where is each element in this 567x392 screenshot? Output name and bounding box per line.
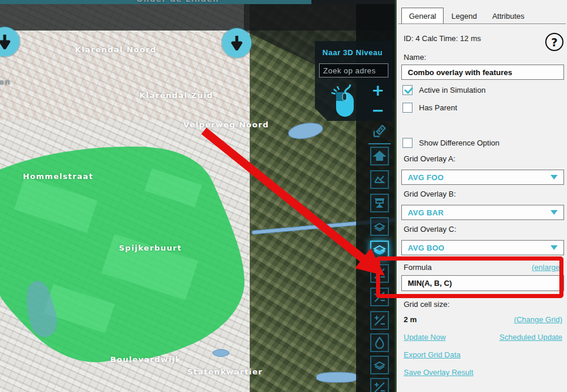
active-in-simulation-checkbox[interactable]: Active in Simulation xyxy=(402,85,485,95)
overlay-properties-panel: General Legend Attributes ID: 4 Calc Tim… xyxy=(395,0,567,392)
sign-button[interactable] xyxy=(370,194,389,212)
enlarge-link[interactable]: (enlarge) xyxy=(532,263,562,272)
export-grid-data-link[interactable]: Export Grid Data xyxy=(404,350,461,359)
plus-minus-overlay-button[interactable] xyxy=(370,264,389,283)
district-label: Klarendal Noord xyxy=(75,45,157,54)
chevron-down-icon xyxy=(551,175,558,180)
grid-overlay-b-dropdown[interactable]: AVG BAR xyxy=(401,205,564,220)
grid-overlay-3d-button[interactable] xyxy=(370,241,389,259)
home-button[interactable] xyxy=(370,147,389,165)
grid-cell-size-value: 2 m xyxy=(404,315,417,324)
pond-small xyxy=(213,349,229,357)
app-window: Onder de Linden Klarendal Noord Klarenda… xyxy=(0,0,567,392)
has-parent-checkbox[interactable]: Has Parent xyxy=(402,103,457,113)
layers-button[interactable] xyxy=(370,217,389,236)
district-label: Hommelstraat xyxy=(23,172,93,181)
save-overlay-result-link[interactable]: Save Overlay Result xyxy=(404,368,474,377)
map-nav-panel: Naar 3D Niveau + − xyxy=(315,41,392,121)
grid-overlay-c-dropdown[interactable]: AVG BOO xyxy=(401,240,564,255)
district-label: Statenkwartier xyxy=(187,367,263,376)
measure-icon[interactable] xyxy=(370,121,389,140)
help-icon[interactable]: ? xyxy=(545,33,563,51)
name-input[interactable] xyxy=(401,65,564,80)
dropdown-value: AVG BOO xyxy=(408,244,445,252)
scheduled-update-link[interactable]: Scheduled Update xyxy=(499,333,562,342)
mouse-icon xyxy=(330,83,360,119)
chevron-down-icon xyxy=(551,210,558,215)
tab-attributes[interactable]: Attributes xyxy=(485,8,532,23)
tab-bar: General Legend Attributes xyxy=(401,8,532,23)
toolbar-separator xyxy=(368,143,391,144)
name-label: Name: xyxy=(404,53,426,62)
district-label: en xyxy=(0,77,11,86)
tab-divider xyxy=(398,23,566,24)
district-label: Klarendal Zuid xyxy=(139,91,213,100)
update-now-link[interactable]: Update Now xyxy=(404,333,446,342)
chevron-down-icon xyxy=(551,245,558,250)
tab-legend[interactable]: Legend xyxy=(444,8,484,23)
plus-minus-overlay-button[interactable] xyxy=(370,311,389,330)
to-3d-level-button[interactable]: Naar 3D Niveau xyxy=(315,48,390,57)
map-top-dark-bar xyxy=(311,0,395,4)
zoom-in-button[interactable]: + xyxy=(371,85,384,96)
map-viewport[interactable]: Onder de Linden Klarendal Noord Klarenda… xyxy=(0,0,395,392)
grid-overlay-c-label: Grid Overlay C: xyxy=(404,225,457,234)
zoom-out-button[interactable]: − xyxy=(371,104,384,116)
grid-overlay-a-dropdown[interactable]: AVG FOO xyxy=(401,170,564,185)
checkbox-label: Has Parent xyxy=(419,103,457,112)
tab-general[interactable]: General xyxy=(401,8,444,23)
pond-south xyxy=(316,372,358,383)
district-label: Spijkerbuurt xyxy=(119,244,182,252)
dropdown-value: AVG FOO xyxy=(408,173,444,182)
checkbox-box[interactable] xyxy=(402,138,412,148)
grid-overlay-a-label: Grid Overlay A: xyxy=(404,154,455,163)
address-search-input[interactable] xyxy=(319,63,388,77)
formula-label: Formula xyxy=(404,263,432,272)
show-difference-checkbox[interactable]: Show Difference Option xyxy=(402,138,499,148)
layers-button[interactable] xyxy=(370,356,389,374)
dropdown-value: AVG BAR xyxy=(408,208,444,217)
change-grid-link[interactable]: (Change Grid) xyxy=(514,315,562,324)
checkbox-box[interactable] xyxy=(402,103,412,113)
district-label: Velperweg Noord xyxy=(183,120,269,129)
grid-cell-size-label: Grid cell size: xyxy=(404,300,449,309)
district-label: Onder de Linden xyxy=(136,0,219,4)
formula-input[interactable] xyxy=(401,275,564,291)
district-label: Boulevardwijk xyxy=(110,355,182,364)
water-drop-button[interactable] xyxy=(370,333,389,352)
id-calc-time-text: ID: 4 Calc Time: 12 ms xyxy=(404,34,481,43)
checkbox-box[interactable] xyxy=(402,85,412,95)
area-chart-button[interactable] xyxy=(370,170,389,189)
checkbox-label: Active in Simulation xyxy=(419,86,485,94)
plus-minus-overlay-button[interactable] xyxy=(370,378,389,392)
map-marker[interactable] xyxy=(222,28,251,58)
plus-minus-overlay-button[interactable] xyxy=(370,288,389,306)
grid-overlay-b-label: Grid Overlay B: xyxy=(404,190,456,198)
checkbox-label: Show Difference Option xyxy=(419,138,499,147)
